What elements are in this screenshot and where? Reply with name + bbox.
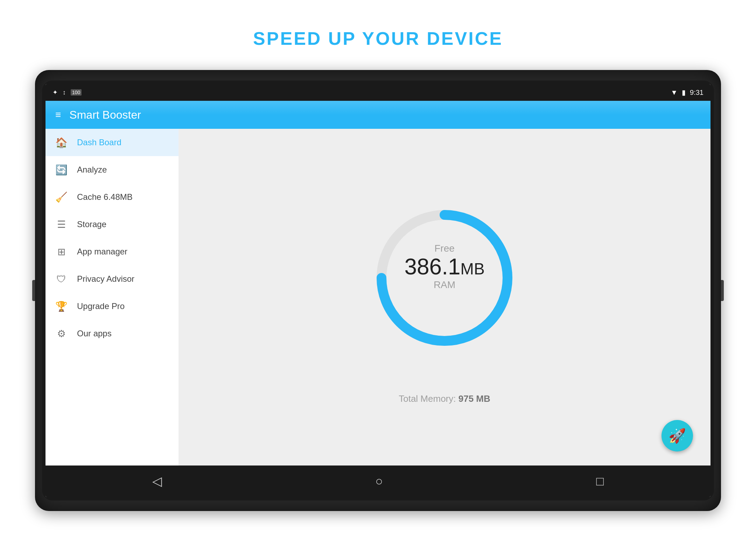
sidebar-label-appmanager: App manager: [77, 247, 127, 257]
privacy-icon: 🛡: [55, 273, 67, 285]
app-bar-gloss: [46, 101, 710, 115]
app-bar: ≡ Smart Booster: [46, 101, 710, 129]
status-right-icons: ▼ ▮ 9:31: [671, 88, 704, 97]
ram-circle-svg: Free 386.1MB RAM: [357, 190, 532, 365]
ram-label-display: RAM: [392, 279, 497, 290]
wifi-icon: ▼: [671, 89, 678, 97]
time-display: 9:31: [690, 89, 704, 97]
page-headline: SPEED UP YOUR DEVICE: [253, 28, 503, 49]
sidebar-item-appmanager[interactable]: ⊞ App manager: [46, 238, 178, 265]
hamburger-menu-icon[interactable]: ≡: [55, 109, 61, 120]
screen: ✦ ↕ 100 ▼ ▮ 9:31 ≡ Smart Booster: [46, 84, 710, 497]
battery-icon: ▮: [682, 88, 686, 97]
free-label: Free: [392, 243, 497, 254]
sidebar-item-storage[interactable]: ☰ Storage: [46, 211, 178, 238]
home-icon: 🏠: [55, 137, 67, 148]
sidebar-item-ourapps[interactable]: ⚙ Our apps: [46, 320, 178, 347]
sidebar-label-privacy: Privacy Advisor: [77, 274, 134, 284]
status-left-icons: ✦ ↕ 100: [52, 89, 82, 96]
sidebar-label-storage: Storage: [77, 219, 106, 229]
sidebar-label-ourapps: Our apps: [77, 329, 112, 338]
sidebar-label-analyze: Analyze: [77, 165, 107, 175]
sidebar-item-dashboard[interactable]: 🏠 Dash Board: [46, 129, 178, 156]
tablet-inner: ✦ ↕ 100 ▼ ▮ 9:31 ≡ Smart Booster: [42, 80, 714, 500]
side-button: [32, 280, 35, 301]
upgrade-icon: 🏆: [55, 301, 67, 312]
ram-value-display: 386.1MB: [392, 255, 497, 278]
content-area: Free 386.1MB RAM Total Memory:: [178, 129, 710, 465]
sidebar-item-privacy[interactable]: 🛡 Privacy Advisor: [46, 265, 178, 293]
tablet-device: ✦ ↕ 100 ▼ ▮ 9:31 ≡ Smart Booster: [35, 70, 721, 511]
storage-icon: ☰: [55, 219, 67, 230]
ram-gauge: Free 386.1MB RAM: [357, 190, 532, 365]
cache-icon: 🧹: [55, 191, 67, 203]
recent-nav-icon[interactable]: □: [596, 474, 604, 489]
sidebar: 🏠 Dash Board 🔄 Analyze 🧹 Cache 6.48MB ☰ …: [46, 129, 178, 465]
sidebar-item-analyze[interactable]: 🔄 Analyze: [46, 156, 178, 183]
ram-unit: MB: [461, 260, 485, 278]
back-nav-icon[interactable]: ◁: [152, 474, 162, 489]
rocket-icon: 🚀: [668, 428, 686, 444]
ram-number: 386.1: [404, 254, 460, 279]
appmanager-icon: ⊞: [55, 246, 67, 258]
sidebar-item-cache[interactable]: 🧹 Cache 6.48MB: [46, 183, 178, 211]
app-title: Smart Booster: [69, 108, 141, 121]
total-memory-value: 975: [458, 393, 474, 404]
signal-icon: ✦: [52, 89, 58, 96]
status-bar: ✦ ↕ 100 ▼ ▮ 9:31: [46, 84, 710, 101]
app-indicator: 100: [71, 89, 82, 96]
boost-fab[interactable]: 🚀: [662, 420, 693, 451]
sidebar-label-cache: Cache 6.48MB: [77, 192, 133, 202]
main-content: 🏠 Dash Board 🔄 Analyze 🧹 Cache 6.48MB ☰ …: [46, 129, 710, 465]
sidebar-label-upgrade: Upgrade Pro: [77, 301, 125, 311]
nav-bar: ◁ ○ □: [46, 465, 710, 497]
ourapps-icon: ⚙: [55, 328, 67, 340]
home-nav-icon[interactable]: ○: [375, 474, 383, 489]
total-memory-label: Total Memory:: [399, 393, 456, 404]
sync-icon: ↕: [63, 89, 66, 96]
sidebar-label-dashboard: Dash Board: [77, 138, 121, 147]
analyze-icon: 🔄: [55, 164, 67, 176]
total-memory-unit: MB: [476, 393, 490, 404]
total-memory: Total Memory: 975 MB: [399, 393, 490, 404]
side-button-right: [721, 280, 724, 301]
sidebar-item-upgrade[interactable]: 🏆 Upgrade Pro: [46, 293, 178, 320]
